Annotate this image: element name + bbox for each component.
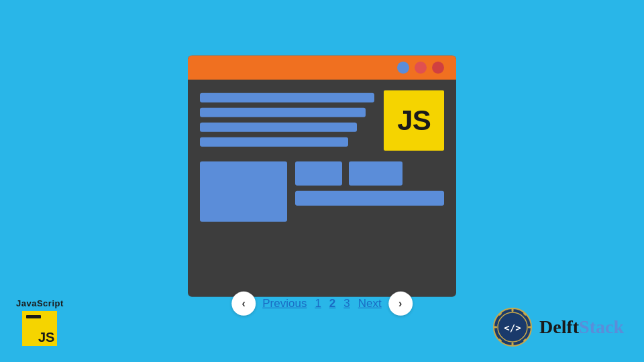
js-logo-badge-text: JS	[38, 330, 54, 344]
next-link[interactable]: Next	[356, 296, 384, 312]
js-logo-badge: JS	[22, 311, 57, 346]
prev-circle-button[interactable]: ‹	[231, 292, 256, 316]
page-2-link[interactable]: 2	[327, 296, 338, 312]
pagination: ‹ Previous 1 2 3 Next ›	[231, 292, 413, 316]
js-badge-label: JS	[397, 105, 430, 137]
delft-logo: </> DelftStack	[492, 307, 624, 347]
bottom-section	[200, 162, 444, 222]
page-1-link[interactable]: 1	[312, 296, 323, 312]
top-section: JS	[200, 90, 444, 151]
js-logo-title: JavaScript	[16, 298, 64, 308]
right-arrow-icon: ›	[398, 298, 402, 310]
titlebar-dot-blue[interactable]	[397, 62, 409, 74]
svg-text:</>: </>	[504, 322, 521, 333]
content-line-3	[200, 123, 357, 132]
svg-rect-3	[512, 343, 514, 346]
content-line-1	[200, 93, 374, 103]
content-line-4	[200, 137, 348, 147]
page-3-link[interactable]: 3	[341, 296, 352, 312]
js-badge: JS	[384, 90, 444, 151]
page-links: Previous 1 2 3 Next	[260, 296, 384, 312]
delft-emblem-icon: </>	[492, 307, 533, 347]
delft-text: Delft	[539, 316, 579, 337]
previous-link[interactable]: Previous	[260, 296, 309, 312]
content-lines	[200, 90, 374, 147]
small-blocks-row	[295, 162, 444, 186]
big-content-block	[200, 162, 287, 222]
titlebar-dot-red1[interactable]	[415, 62, 427, 74]
svg-rect-5	[528, 326, 531, 328]
content-line-2	[200, 108, 366, 117]
titlebar-dot-red2[interactable]	[432, 62, 444, 74]
browser-titlebar	[188, 56, 456, 80]
svg-rect-4	[494, 326, 497, 328]
left-arrow-icon: ‹	[242, 298, 246, 310]
browser-window: JS ‹ Previous 1 2 3 Next	[188, 56, 456, 297]
small-block-2	[349, 162, 402, 186]
delft-stack-name: DelftStack	[539, 316, 624, 338]
svg-rect-2	[512, 308, 514, 312]
small-block-1	[295, 162, 342, 186]
browser-body: JS	[188, 80, 456, 233]
js-logo: JavaScript JS	[16, 298, 64, 346]
wide-block	[295, 191, 444, 206]
stack-text: Stack	[579, 316, 624, 337]
next-circle-button[interactable]: ›	[388, 292, 413, 316]
right-blocks	[295, 162, 444, 222]
